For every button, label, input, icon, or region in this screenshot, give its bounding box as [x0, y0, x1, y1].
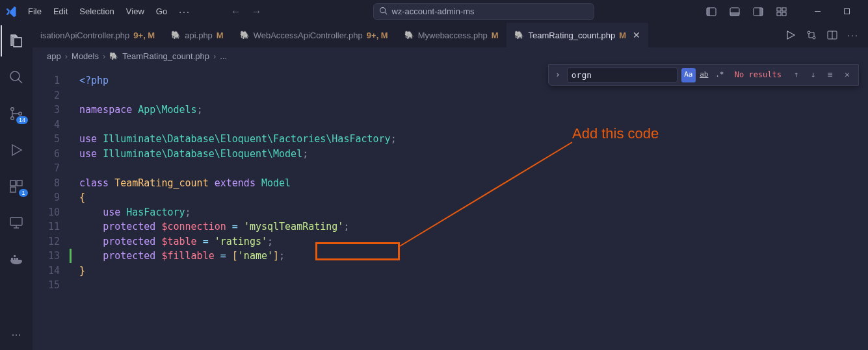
- breadcrumb-part[interactable]: Models: [72, 51, 99, 61]
- svg-point-14: [10, 71, 20, 81]
- svg-rect-28: [14, 255, 16, 257]
- compare-changes-icon[interactable]: [804, 28, 819, 42]
- scrollbar[interactable]: [859, 64, 868, 350]
- command-center-label: wz-account-admin-ms: [391, 6, 474, 16]
- find-next-icon[interactable]: ↓: [806, 68, 821, 82]
- svg-rect-9: [782, 8, 786, 11]
- tab-label: isationApiController.php: [40, 31, 129, 40]
- editor[interactable]: 1234 5678 9101112 131415 <?php namespace…: [33, 64, 868, 350]
- php-icon: 🐘: [171, 31, 181, 40]
- toggle-panel-icon[interactable]: [728, 5, 742, 19]
- search-activity[interactable]: [1, 62, 32, 93]
- svg-point-0: [380, 7, 386, 12]
- svg-rect-26: [14, 258, 16, 260]
- svg-rect-10: [777, 12, 781, 16]
- scm-badge: 14: [16, 116, 28, 124]
- command-center-search[interactable]: wz-account-admin-ms: [373, 3, 594, 20]
- customize-layout-icon[interactable]: [774, 5, 789, 19]
- menu-view[interactable]: View: [120, 4, 150, 19]
- nav-back[interactable]: ←: [229, 5, 243, 19]
- svg-rect-8: [777, 8, 781, 11]
- find-input[interactable]: [567, 68, 677, 82]
- vscode-logo: [4, 5, 18, 19]
- tab-webaccess-api[interactable]: 🐘 WebAccessApiController.php 9+, M: [232, 23, 397, 47]
- php-icon: 🐘: [514, 31, 524, 40]
- code-area[interactable]: <?php namespace App\Models; use Illumina…: [72, 64, 859, 350]
- find-results: No results: [731, 68, 785, 82]
- svg-rect-19: [10, 181, 16, 186]
- tab-teamrating-count[interactable]: 🐘 TeamRating_count.php M ✕: [506, 23, 649, 47]
- toggle-primary-sidebar-icon[interactable]: [704, 5, 718, 19]
- source-control-activity[interactable]: 14: [1, 98, 32, 129]
- chevron-right-icon: ›: [65, 51, 68, 61]
- php-icon: 🐘: [240, 31, 250, 40]
- nav-forward[interactable]: →: [250, 5, 264, 19]
- close-icon[interactable]: ✕: [630, 30, 640, 40]
- chevron-right-icon: ›: [213, 51, 216, 61]
- toggle-secondary-sidebar-icon[interactable]: [751, 5, 765, 19]
- menu-edit[interactable]: Edit: [47, 4, 73, 19]
- tab-isation-api-controller[interactable]: isationApiController.php 9+, M: [33, 23, 163, 47]
- window-minimize[interactable]: [803, 2, 832, 21]
- activity-overflow[interactable]: ···: [1, 319, 32, 350]
- tab-label: api.php: [185, 31, 213, 40]
- chevron-right-icon: ›: [103, 51, 105, 61]
- tab-suffix: 9+, M: [133, 31, 155, 40]
- find-widget: › Aa ab .* No results ↑ ↓ ≡ ✕: [548, 64, 859, 86]
- breadcrumb-part[interactable]: ...: [220, 51, 227, 61]
- run-file-icon[interactable]: [783, 28, 798, 42]
- svg-point-16: [11, 108, 14, 111]
- svg-rect-13: [845, 9, 850, 14]
- find-selection-icon[interactable]: ≡: [823, 68, 837, 82]
- breadcrumb-part[interactable]: app: [47, 51, 61, 61]
- svg-line-1: [385, 12, 387, 14]
- line-gutter: 1234 5678 9101112 131415: [33, 64, 72, 350]
- svg-line-15: [18, 79, 22, 83]
- svg-point-30: [813, 36, 815, 39]
- find-match-case[interactable]: Aa: [681, 68, 696, 82]
- title-bar: File Edit Selection View Go ··· ← → wz-a…: [0, 0, 868, 23]
- svg-point-17: [11, 117, 14, 120]
- editor-tabs: isationApiController.php 9+, M 🐘 api.php…: [33, 23, 868, 47]
- annotation-label: Add this code: [572, 127, 659, 142]
- tab-label: WebAccessApiController.php: [254, 31, 363, 40]
- php-icon: 🐘: [404, 31, 414, 40]
- tab-more-icon[interactable]: ···: [846, 28, 860, 42]
- menu-file[interactable]: File: [22, 4, 47, 19]
- window-maximize[interactable]: [832, 2, 861, 21]
- tab-mywebaccess[interactable]: 🐘 Mywebaccess.php M: [397, 23, 507, 47]
- svg-rect-5: [730, 12, 739, 16]
- tab-api-php[interactable]: 🐘 api.php M: [163, 23, 232, 47]
- find-prev-icon[interactable]: ↑: [789, 68, 804, 82]
- svg-rect-7: [759, 8, 763, 16]
- ext-badge: 1: [19, 189, 28, 197]
- activity-bar: 14 1 ···: [0, 23, 33, 350]
- find-match-word[interactable]: ab: [697, 68, 711, 82]
- svg-rect-27: [16, 258, 18, 260]
- menu-selection[interactable]: Selection: [73, 4, 120, 19]
- tab-suffix: M: [492, 31, 499, 40]
- remote-explorer-activity[interactable]: [1, 207, 32, 238]
- annotation-highlight-box: [315, 242, 400, 260]
- breadcrumb-part[interactable]: TeamRating_count.php: [122, 51, 209, 61]
- find-regex[interactable]: .*: [713, 68, 727, 82]
- svg-point-18: [19, 112, 22, 116]
- find-close-icon[interactable]: ✕: [840, 68, 854, 82]
- docker-activity[interactable]: [1, 244, 32, 275]
- run-debug-activity[interactable]: [1, 134, 32, 166]
- svg-rect-22: [10, 218, 22, 225]
- menu-more[interactable]: ···: [173, 4, 196, 19]
- tab-suffix: 9+, M: [367, 31, 388, 40]
- menu-go[interactable]: Go: [150, 4, 173, 19]
- split-editor-icon[interactable]: [825, 28, 839, 42]
- extensions-activity[interactable]: 1: [1, 171, 32, 202]
- svg-rect-20: [17, 181, 22, 186]
- tab-suffix: M: [619, 31, 626, 40]
- breadcrumb[interactable]: app › Models › 🐘 TeamRating_count.php › …: [33, 47, 868, 64]
- find-expand-chevron[interactable]: ›: [553, 68, 563, 82]
- tab-label: TeamRating_count.php: [528, 31, 615, 40]
- php-icon: 🐘: [109, 52, 118, 60]
- svg-rect-11: [782, 12, 786, 16]
- explorer-activity[interactable]: [1, 25, 32, 56]
- svg-point-29: [808, 31, 810, 34]
